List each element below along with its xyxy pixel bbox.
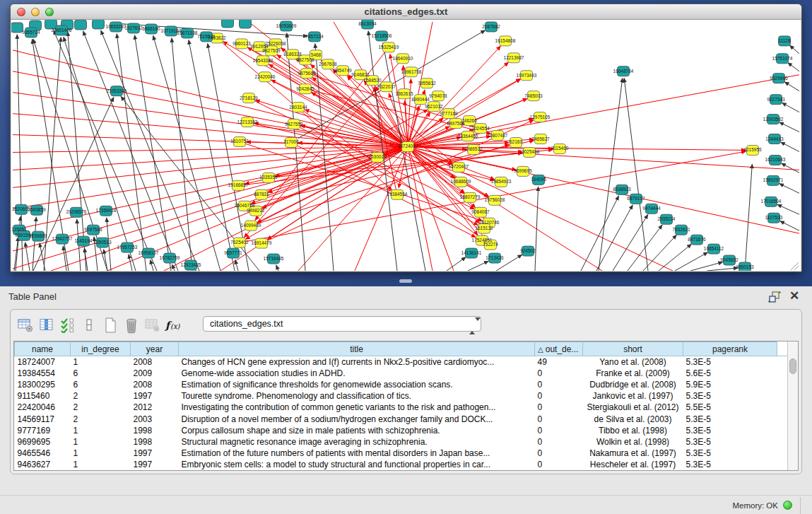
graph-node[interactable] — [11, 23, 23, 33]
graph-node-label: 18807279 — [460, 194, 481, 199]
graph-node-label: 16543382 — [253, 58, 273, 63]
graph-node-label: 887831 — [254, 192, 269, 197]
table-row[interactable]: 977716911998Corpus callosum shape and si… — [15, 425, 789, 436]
graph-edge — [675, 252, 707, 271]
table-cell: 0 — [535, 413, 583, 424]
graph-edge — [235, 260, 238, 271]
table-row[interactable]: 1830029562008Estimation of significance … — [15, 379, 789, 390]
table-cell: 5.5E-5 — [683, 402, 777, 413]
graph-node-label: 7625402 — [230, 240, 249, 245]
graph-node-label: 6497568 — [447, 121, 465, 126]
status-bar: Memory: OK — [0, 495, 812, 514]
table-row[interactable]: 2242004622012Investigating the contribut… — [15, 402, 789, 413]
table-cell: 5.3E-5 — [683, 425, 777, 436]
table-settings-icon[interactable] — [15, 315, 36, 335]
column-header-pagerank[interactable]: pagerank — [683, 342, 777, 356]
graph-node-label: 15716485 — [264, 256, 284, 261]
table-cell: Franke et al. (2009) — [583, 368, 683, 379]
network-canvas[interactable]: 1872400774638229860123991295425226058982… — [11, 20, 801, 271]
table-row[interactable]: 946362711997Embryonic stem cells: a mode… — [15, 459, 789, 470]
trash-icon[interactable] — [121, 315, 142, 335]
table-cell: 0 — [535, 425, 583, 436]
graph-node[interactable] — [222, 20, 234, 28]
graph-node-label: 7515526 — [197, 34, 216, 39]
column-header-name[interactable]: name — [15, 342, 71, 356]
graph-node-label: 18724007 — [398, 144, 418, 149]
column-header-year[interactable]: year — [131, 342, 179, 356]
graph-node-label: 12213987 — [504, 55, 524, 60]
column-header-in_degree[interactable]: in_degree — [71, 342, 131, 356]
split-pane-handle[interactable] — [399, 279, 412, 283]
table-cell: 2008 — [131, 379, 179, 390]
graph-node[interactable] — [240, 20, 252, 28]
table-cell: 2008 — [131, 356, 179, 368]
table-cell: 1998 — [131, 425, 179, 436]
rows-icon[interactable] — [78, 315, 100, 335]
table-cell: 2 — [71, 390, 131, 402]
graph-node-label: 6466160 — [142, 26, 160, 31]
column-header-title[interactable]: title — [179, 342, 535, 356]
graph-edge — [707, 268, 738, 271]
graph-node-label: 10807487 — [488, 133, 508, 138]
graph-node-label: 15325419 — [379, 45, 399, 49]
graph-node-label: 9322037 — [377, 84, 396, 89]
column-select-icon[interactable] — [36, 315, 57, 335]
row-checks-icon[interactable] — [57, 315, 78, 335]
table-row[interactable]: 911546021997Tourette syndrome. Phenomeno… — [15, 390, 789, 402]
table-vertical-scrollbar[interactable] — [787, 341, 798, 470]
table-row[interactable]: 946554611997Estimation of the future num… — [15, 448, 789, 459]
table-cell: 0 — [535, 402, 583, 413]
graph-node-label: 14099489 — [241, 223, 261, 228]
table-cell: 0 — [535, 459, 583, 470]
table-cell: Hescheler et al. (1997) — [583, 459, 683, 470]
table-cell: 2 — [71, 402, 131, 413]
graph-node-label: 12923485 — [181, 262, 201, 267]
graph-node-label: 9875685 — [298, 71, 316, 76]
citation-network-graph[interactable]: 1872400774638229860123991295425226058982… — [11, 20, 801, 271]
graph-node[interactable] — [75, 20, 87, 30]
table-row[interactable]: 969969511998Structural magnetic resonanc… — [15, 436, 789, 448]
graph-node-label: 9115460 — [551, 146, 569, 151]
graph-node[interactable] — [93, 20, 105, 29]
table-cell: 0 — [535, 368, 583, 379]
graph-node-label: 2718129 — [240, 95, 258, 100]
graph-node-label: 9427552 — [285, 122, 303, 127]
table-cell: 19384554 — [15, 368, 71, 379]
graph-node-label: 22420046 — [255, 74, 276, 79]
graph-node-label: 16671338 — [177, 30, 198, 35]
table-cell: 2012 — [131, 402, 179, 413]
scrollbar-thumb[interactable] — [789, 358, 796, 374]
select-stepper-icon — [469, 319, 475, 330]
graph-node-label: 8938923 — [613, 187, 631, 192]
graph-node-label: 16914479 — [252, 240, 272, 245]
graph-node-label: 5468 — [311, 52, 322, 57]
close-panel-icon[interactable]: ✕ — [788, 289, 801, 303]
table-row[interactable]: 1456911722003Disruption of a novel membe… — [15, 413, 789, 424]
graph-node-label: 1335355 — [259, 175, 278, 180]
graph-node-label: 3024554 — [471, 126, 490, 131]
graph-edge — [153, 36, 220, 271]
graph-edge — [535, 187, 539, 271]
table-panel-body: ƒ(x) citations_edges.txt namein_degreeye… — [10, 309, 802, 474]
resize-grip-icon[interactable] — [791, 262, 799, 270]
resize-grip-icon[interactable] — [794, 266, 799, 270]
float-panel-icon[interactable] — [768, 291, 781, 303]
column-header-short[interactable]: short — [583, 342, 683, 356]
new-document-icon[interactable] — [100, 315, 121, 335]
table-source-value: citations_edges.txt — [210, 319, 283, 329]
graph-edge — [777, 204, 799, 214]
table-row[interactable]: 1938455462009Genome-wide association stu… — [15, 368, 789, 379]
graph-node-label: 16154808 — [495, 38, 516, 43]
column-header-out_de[interactable]: △out_de... — [535, 342, 583, 356]
graph-edge — [788, 63, 799, 71]
sort-ascending-icon: △ — [538, 346, 543, 354]
graph-node-label: 12213383 — [237, 119, 258, 124]
window-titlebar[interactable]: citations_edges.txt — [11, 4, 801, 20]
network-view-window: citations_edges.txt 18724007746382298601… — [10, 4, 802, 272]
graph-edge — [468, 261, 488, 271]
graph-edge — [659, 244, 691, 271]
fx-icon[interactable]: ƒ(x) — [163, 315, 184, 335]
graph-node-label: 16958107 — [139, 250, 159, 255]
table-source-select[interactable]: citations_edges.txt — [203, 316, 481, 332]
table-row[interactable]: 1872400712008Changes of HCN gene express… — [15, 356, 789, 368]
